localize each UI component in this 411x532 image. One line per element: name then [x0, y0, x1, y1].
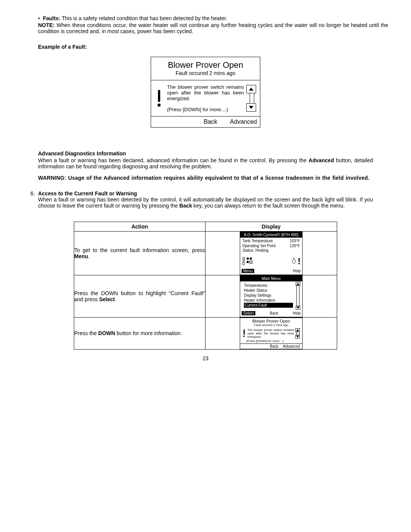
up-arrow-button[interactable] — [246, 85, 256, 93]
table-row: To get to the current fault information … — [74, 232, 337, 275]
table-row: Press the DOWN button to highlight "Curr… — [74, 275, 337, 317]
svg-marker-20 — [296, 335, 299, 338]
menu-item[interactable]: Heater Information — [244, 298, 276, 302]
exclaim-icon — [153, 84, 165, 112]
up-arrow-button[interactable] — [295, 328, 300, 332]
table-row: Press the DOWN button for more informati… — [74, 317, 337, 350]
access-heading: Access to the Current Fault or Warning — [38, 190, 137, 197]
water-icon — [245, 257, 254, 266]
back-button[interactable]: Back — [270, 311, 278, 315]
exclaim-icon — [242, 328, 246, 339]
status-icons — [240, 254, 302, 268]
svg-marker-15 — [296, 283, 299, 285]
svg-point-11 — [247, 261, 249, 263]
back-button[interactable]: Back — [270, 344, 278, 348]
svg-point-10 — [250, 257, 252, 260]
fault-subtitle: Fault occured 2 mins ago — [155, 70, 256, 76]
menu-button[interactable]: Menu — [242, 269, 254, 273]
fault-title: Blower Prover Open — [155, 60, 256, 70]
svg-marker-19 — [296, 329, 299, 331]
lcd-home: A.O. Smith Cyclone© (BTH 400) Tank Tempe… — [240, 232, 303, 275]
warning-block: WARNING: Usage of the Advanced informati… — [38, 175, 373, 181]
back-button[interactable]: Back — [194, 117, 227, 127]
svg-marker-16 — [296, 307, 299, 309]
advanced-button[interactable]: Advanced — [283, 344, 300, 348]
svg-point-9 — [247, 257, 249, 260]
page-number: 23 — [23, 355, 388, 361]
flame-icon — [292, 257, 296, 265]
th-action: Action — [74, 222, 206, 232]
menu-item[interactable]: Display Settings — [244, 293, 271, 297]
down-arrow-button[interactable] — [246, 103, 256, 112]
note-block: NOTE: When these conditions occur, the w… — [38, 22, 388, 34]
svg-point-18 — [243, 335, 245, 337]
menu-item-selected[interactable]: Current Fault — [244, 303, 293, 308]
adv-heading: Advanced Diagnostics Information — [38, 150, 388, 157]
svg-rect-4 — [243, 257, 244, 262]
lcd-main-menu: Main Menu Temperatures Heater Status Dis… — [240, 275, 303, 317]
svg-point-5 — [242, 262, 245, 265]
menu-item[interactable]: Heater Status — [244, 288, 267, 292]
menu-item[interactable]: Temperatures — [244, 283, 267, 288]
thermometer-icon — [242, 257, 245, 266]
up-arrow-button[interactable] — [296, 282, 300, 286]
help-button[interactable]: Help — [293, 311, 301, 315]
example-heading: Example of a Fault: — [38, 44, 388, 50]
select-button[interactable]: Select — [242, 311, 255, 315]
svg-rect-13 — [299, 258, 300, 262]
th-display: Display — [206, 222, 337, 232]
help-button[interactable]: Help — [293, 269, 301, 273]
svg-point-14 — [298, 263, 300, 264]
faults-bullet: • Faults: This is a safety related condi… — [38, 15, 388, 21]
svg-rect-0 — [158, 90, 160, 102]
action-display-table: Action Display To get to the current fau… — [74, 222, 337, 350]
step-number: 6. — [30, 190, 38, 209]
svg-marker-3 — [249, 106, 253, 109]
down-arrow-button[interactable] — [295, 335, 300, 339]
advanced-button[interactable]: Advanced — [227, 117, 260, 127]
down-arrow-button[interactable] — [296, 306, 300, 310]
svg-point-1 — [158, 104, 161, 107]
lcd-fault: Blower Prover Open Fault occured 2 mins … — [240, 318, 303, 350]
note-label: NOTE: — [38, 22, 55, 28]
fault-press-hint: (Press [DOWN] for more....) — [167, 107, 244, 112]
svg-marker-2 — [249, 88, 253, 91]
alert-icon — [298, 257, 301, 265]
faults-label: Faults: — [43, 15, 61, 21]
svg-rect-17 — [244, 329, 245, 335]
fault-body: The blower prover switch remains open af… — [167, 84, 244, 101]
adv-para: When a fault or warning has been declare… — [38, 157, 373, 169]
fault-display-large: Blower Prover Open Fault occured 2 mins … — [151, 57, 260, 128]
